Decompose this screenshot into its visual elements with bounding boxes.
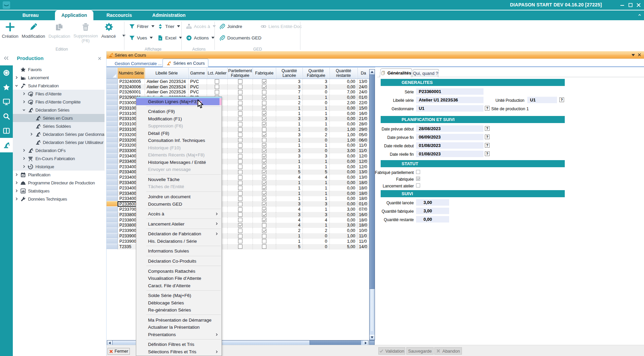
cell-gamme[interactable]: PVC bbox=[188, 79, 207, 84]
tree-item[interactable]: Historique bbox=[13, 162, 105, 171]
joindre-button[interactable]: Joindre bbox=[219, 23, 242, 30]
checkbox[interactable] bbox=[238, 95, 242, 100]
cell-fabriquee[interactable] bbox=[253, 228, 276, 233]
context-menu-item[interactable]: Modification (F1) bbox=[136, 115, 222, 123]
cell-fabriquee[interactable] bbox=[253, 196, 276, 202]
tree-chevron-icon[interactable] bbox=[14, 75, 19, 80]
tree-item[interactable]: Planification bbox=[13, 171, 105, 179]
checkbox[interactable] bbox=[238, 90, 242, 94]
cell-quantite-lancee[interactable]: 4 bbox=[276, 207, 303, 212]
table-row[interactable]: P23240005 Atelier Gen 2023S24 PVC 3 3 0,… bbox=[107, 79, 369, 84]
cell-quantite-fabriquee[interactable]: 3 bbox=[303, 212, 330, 217]
context-menu-item[interactable]: Caract. File d'Attente bbox=[136, 282, 222, 289]
cell-fabriquee[interactable] bbox=[253, 207, 276, 212]
cell-quantite-fabriquee[interactable]: 0 bbox=[303, 90, 330, 95]
cell-quantite-restante[interactable]: 0,00 bbox=[330, 217, 358, 223]
cell-fabriquee[interactable] bbox=[253, 185, 276, 191]
checkbox[interactable] bbox=[238, 79, 242, 84]
checkbox[interactable] bbox=[215, 79, 219, 84]
cell-partiellement-fabriquee[interactable] bbox=[228, 143, 253, 148]
cell-quantite-fabriquee[interactable]: 1 bbox=[303, 143, 330, 148]
cell-quantite-lancee[interactable]: 1 bbox=[276, 106, 303, 111]
cell-lct-atelier[interactable] bbox=[207, 90, 228, 95]
cell-quantite-lancee[interactable]: 1 bbox=[276, 180, 303, 185]
cell-quantite-fabriquee[interactable]: 0 bbox=[303, 148, 330, 153]
row-selector-cell[interactable] bbox=[107, 244, 118, 249]
context-menu-item[interactable]: Eléments Récents (Maj+F8) bbox=[136, 151, 222, 159]
checkbox[interactable] bbox=[262, 79, 266, 84]
cell-quantite-lancee[interactable]: 3 bbox=[276, 153, 303, 159]
serie-field[interactable]: P23360001 bbox=[416, 88, 484, 95]
scroll-up-icon[interactable] bbox=[370, 69, 375, 75]
cell-quantite-restante[interactable]: 0,00 bbox=[330, 143, 358, 148]
checkbox[interactable] bbox=[238, 212, 242, 217]
context-menu-item[interactable]: Actualiser la Présentation bbox=[136, 324, 222, 331]
checkbox[interactable] bbox=[262, 186, 266, 190]
lancement-atelier-checkbox[interactable] bbox=[416, 183, 420, 187]
tree-item[interactable]: Données Techniques bbox=[13, 195, 105, 203]
cell-quantite-fabriquee[interactable]: 0 bbox=[303, 244, 330, 249]
cell-quantite-fabriquee[interactable]: 4 bbox=[303, 217, 330, 223]
context-menu-item[interactable]: Solde Série (Maj+F6) bbox=[136, 292, 222, 299]
context-menu-item[interactable] bbox=[136, 265, 222, 267]
cell-date[interactable]: 18/0 bbox=[358, 191, 370, 196]
checkbox[interactable] bbox=[262, 202, 266, 206]
checkbox[interactable] bbox=[262, 95, 266, 100]
context-menu-item[interactable]: Ma Présentation de Démarrage bbox=[136, 317, 222, 324]
cell-quantite-lancee[interactable]: 1 bbox=[276, 95, 303, 100]
cell-partiellement-fabriquee[interactable] bbox=[228, 212, 253, 217]
cell-quantite-lancee[interactable]: 4 bbox=[276, 223, 303, 228]
column-header-quantite-fabriquee[interactable]: Quantité Fabriquée bbox=[303, 68, 330, 79]
tree-item[interactable]: Déclaration OFs bbox=[13, 146, 105, 154]
cell-quantite-fabriquee[interactable]: 1 bbox=[303, 180, 330, 185]
cell-lct-atelier[interactable] bbox=[207, 84, 228, 90]
tree-chevron-icon[interactable] bbox=[29, 140, 34, 145]
cell-libelle-serie[interactable]: Atelier Gen 2023S24 bbox=[145, 79, 188, 84]
cell-partiellement-fabriquee[interactable] bbox=[228, 159, 253, 164]
context-menu-item[interactable]: Détail (F8) bbox=[136, 130, 222, 137]
cell-quantite-restante[interactable]: 1,00 bbox=[330, 132, 358, 138]
cell-quantite-fabriquee[interactable]: 0 bbox=[303, 100, 330, 106]
cell-quantite-fabriquee[interactable]: 0 bbox=[303, 138, 330, 143]
cell-quantite-lancee[interactable]: 2 bbox=[276, 228, 303, 233]
cell-quantite-fabriquee[interactable]: 1 bbox=[303, 196, 330, 202]
row-selector-cell[interactable] bbox=[107, 79, 118, 84]
cell-partiellement-fabriquee[interactable] bbox=[228, 180, 253, 185]
checkbox[interactable] bbox=[262, 207, 266, 212]
checkbox[interactable] bbox=[238, 159, 242, 164]
column-header-numero-serie[interactable]: Numéro Série bbox=[118, 68, 145, 79]
checkbox[interactable] bbox=[262, 165, 266, 169]
checkbox[interactable] bbox=[262, 138, 266, 142]
row-selector-cell[interactable] bbox=[107, 159, 118, 164]
cell-partiellement-fabriquee[interactable] bbox=[228, 185, 253, 191]
context-menu-item[interactable] bbox=[136, 173, 222, 176]
tab-series-en-cours[interactable]: Séries en Cours bbox=[163, 59, 208, 67]
cell-fabriquee[interactable] bbox=[253, 90, 276, 95]
tree-item[interactable]: Lancement bbox=[13, 73, 105, 82]
menu-tab-raccourcis[interactable]: Raccourcis bbox=[103, 10, 135, 20]
context-menu-item[interactable]: Historique Messages / Entité bbox=[136, 159, 222, 166]
cell-quantite-restante[interactable]: 3,00 bbox=[330, 223, 358, 228]
cell-quantite-restante[interactable]: 0,00 bbox=[330, 170, 358, 175]
cell-quantite-fabriquee[interactable]: 3 bbox=[303, 201, 330, 207]
cell-date[interactable]: 18/0 bbox=[358, 223, 370, 228]
menu-tab-administration[interactable]: Administration bbox=[147, 10, 191, 20]
row-selector-cell[interactable] bbox=[107, 228, 118, 233]
context-menu-item[interactable]: Déblocage Séries bbox=[136, 299, 222, 306]
tree-item[interactable]: Statistiques bbox=[13, 187, 105, 195]
cell-quantite-lancee[interactable]: 4 bbox=[276, 175, 303, 180]
row-selector-cell[interactable] bbox=[107, 196, 118, 202]
creation-button[interactable]: Création bbox=[0, 21, 23, 39]
cell-quantite-fabriquee[interactable]: 3 bbox=[303, 116, 330, 122]
checkbox[interactable] bbox=[262, 197, 266, 201]
row-selector-cell[interactable] bbox=[107, 170, 118, 175]
checkbox[interactable] bbox=[262, 159, 266, 164]
cell-partiellement-fabriquee[interactable] bbox=[228, 164, 253, 170]
cell-quantite-restante[interactable]: 0,00 bbox=[330, 191, 358, 196]
context-menu-item[interactable]: Suppression (F6) bbox=[136, 122, 222, 130]
context-menu-item[interactable]: Accès à bbox=[136, 210, 222, 218]
grid-corner-cell[interactable] bbox=[107, 68, 118, 79]
cell-quantite-fabriquee[interactable]: 1 bbox=[303, 95, 330, 100]
cell-quantite-lancee[interactable]: 3 bbox=[276, 201, 303, 207]
checkbox[interactable] bbox=[238, 101, 242, 105]
